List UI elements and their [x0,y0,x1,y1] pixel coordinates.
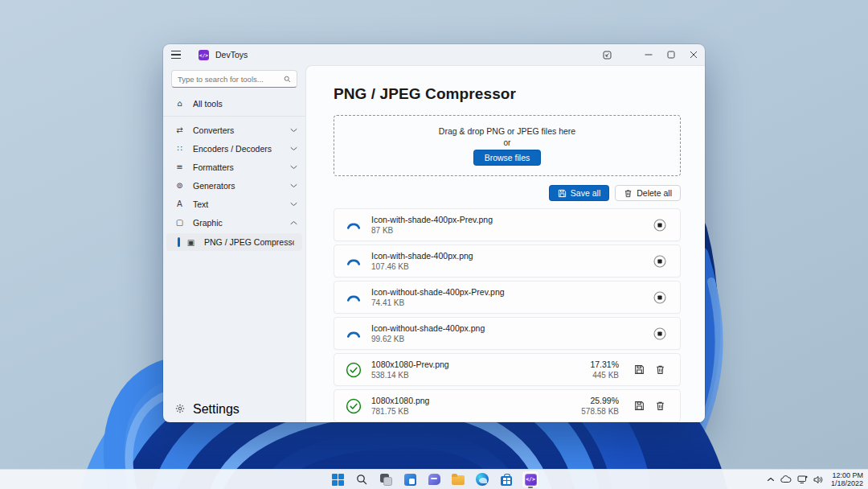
speaker-icon[interactable] [813,475,823,484]
minimize-button[interactable] [637,44,660,65]
compression-percent: 17.31% [590,360,619,370]
sidebar-item-converters[interactable]: ⇄ Converters [163,121,305,139]
stop-icon [653,327,666,340]
chevron-icon [290,146,297,151]
generators-icon: ⊚ [174,181,185,190]
file-name: Icon-without-shade-400px.png [371,323,653,334]
save-icon [634,364,645,375]
cancel-compression-button[interactable] [653,290,667,305]
devtoys-window: </> DevToys ⌂ All tools ⇄ Converters [163,44,705,422]
content-panel: PNG / JPEG Compressor Drag & drop PNG or… [305,65,705,422]
sidebar-item-generators[interactable]: ⊚ Generators [163,176,305,195]
save-file-button[interactable] [632,363,646,377]
sidebar-item-settings[interactable]: Settings [163,400,305,418]
encoders-icon: ∷ [174,144,185,153]
save-all-button[interactable]: Save all [549,185,609,201]
tray-time: 12:00 PM [831,471,863,480]
browse-files-button[interactable]: Browse files [473,150,542,166]
devtoys-taskbar-icon[interactable]: </> [522,471,539,488]
sidebar: ⌂ All tools ⇄ Converters ∷ Encoders / De… [163,65,305,422]
cancel-compression-button[interactable] [653,218,667,232]
progress-spinner-icon [346,253,362,269]
compression-stats: 25.99% 578.58 KB [581,396,619,417]
search-input[interactable] [178,75,284,84]
sidebar-item-all-tools[interactable]: ⌂ All tools [163,94,305,113]
sidebar-nav: ⌂ All tools ⇄ Converters ∷ Encoders / De… [163,94,305,400]
trash-icon [624,189,633,198]
save-all-label: Save all [571,188,600,198]
graphic-icon: ▢ [174,218,185,227]
file-name: 1080x1080.png [371,396,581,406]
onedrive-cloud-icon[interactable] [780,475,792,483]
save-file-button[interactable] [632,399,646,413]
compact-overlay-button[interactable] [596,44,618,65]
chevron-icon [290,220,297,225]
chevron-up-icon[interactable] [767,476,775,483]
chevron-icon [290,128,297,133]
dropzone-text: Drag & drop PNG or JPEG files here [439,126,575,136]
page-title: PNG / JPEG Compressor [334,85,681,103]
file-original-size: 538.14 KB [371,370,590,380]
sidebar-item-text[interactable]: A Text [163,195,305,213]
stop-icon [653,255,666,268]
widgets-icon[interactable] [401,471,419,488]
start-icon[interactable] [329,471,346,488]
delete-file-button[interactable] [653,399,667,413]
maximize-button[interactable] [660,44,682,65]
sidebar-item-encoders-decoders[interactable]: ∷ Encoders / Decoders [163,139,305,158]
sidebar-item-formatters[interactable]: ≡ Formatters [163,158,305,176]
compressed-size: 578.58 KB [581,406,619,417]
file-name: 1080x1080-Prev.png [371,360,590,370]
close-button[interactable] [682,44,705,65]
taskbar-search-icon[interactable] [353,471,371,488]
save-icon [634,401,645,411]
taskbar-clock[interactable]: 12:00 PM 1/18/2022 [829,471,863,488]
sidebar-item-graphic[interactable]: ▢ Graphic [163,213,305,232]
delete-all-button[interactable]: Delete all [615,185,681,201]
file-original-size: 74.41 KB [371,298,653,308]
text-icon: A [174,199,185,208]
taskbar: </> 12:00 PM 1/18/2022 [0,469,868,489]
compressor-icon: ▣ [186,238,196,247]
action-bar: Save all Delete all [334,185,681,201]
chevron-icon [290,183,297,188]
file-row: 1080x1080-Prev.png 538.14 KB 17.31% 445 … [334,353,681,386]
cancel-compression-button[interactable] [653,327,667,341]
tray-date: 1/18/2022 [831,479,863,488]
search-icon [284,75,291,84]
file-row: Icon-without-shade-400px-Prev.png 74.41 … [334,281,681,314]
sidebar-item-png-jpeg-compressor[interactable]: ▣ PNG / JPEG Compressor [166,233,302,251]
devtoys-logo-icon: </> [199,50,209,60]
file-original-size: 87 KB [371,225,653,236]
formatters-icon: ≡ [174,162,185,171]
progress-spinner-icon [346,217,362,233]
drop-zone[interactable]: Drag & drop PNG or JPEG files here or Br… [334,115,681,176]
system-tray: 12:00 PM 1/18/2022 [767,470,863,489]
compression-stats: 17.31% 445 KB [590,360,619,380]
window-title: DevToys [215,50,248,60]
compression-percent: 25.99% [581,396,619,406]
file-row: Icon-without-shade-400px.png 99.62 KB [334,317,681,350]
display-network-icon[interactable] [797,475,808,484]
file-original-size: 107.46 KB [371,261,653,272]
file-explorer-icon[interactable] [449,471,467,488]
progress-spinner-icon [346,326,362,342]
gear-icon [174,404,185,415]
dropzone-or-text: or [504,138,511,147]
compressed-size: 445 KB [590,370,619,380]
hamburger-menu-icon[interactable] [171,47,190,62]
cancel-compression-button[interactable] [653,254,667,269]
edge-icon[interactable] [473,471,491,488]
save-icon [558,189,567,198]
task-view-icon[interactable] [377,471,395,488]
file-name: Icon-with-shade-400px-Prev.png [371,215,653,225]
stop-icon [653,219,666,232]
delete-file-button[interactable] [653,363,667,377]
file-name: Icon-without-shade-400px-Prev.png [371,287,653,298]
sidebar-divider [163,116,305,117]
home-icon: ⌂ [174,99,185,108]
chat-icon[interactable] [425,471,443,488]
tool-search-box[interactable] [171,70,297,88]
store-icon[interactable] [497,471,515,488]
titlebar: </> DevToys [163,44,705,65]
